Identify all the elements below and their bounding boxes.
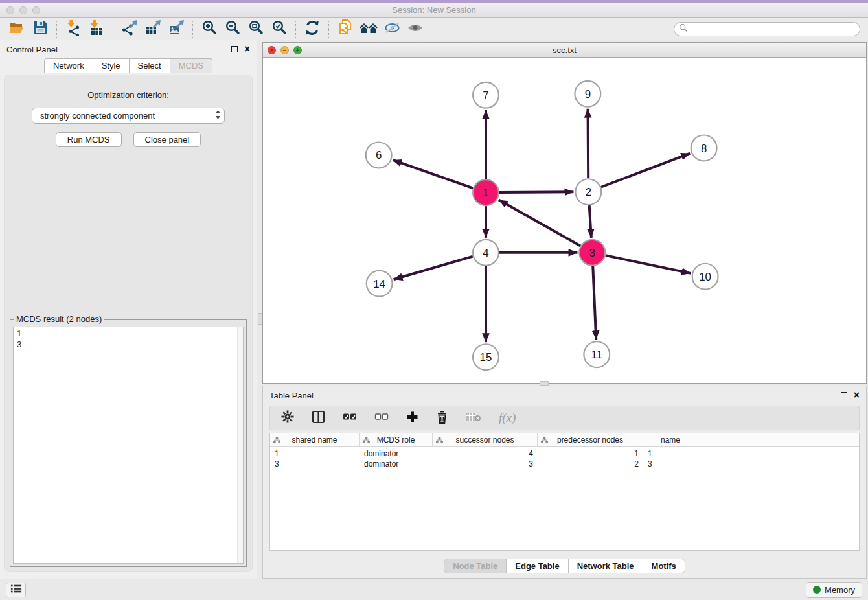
open-session-button[interactable] bbox=[5, 19, 29, 39]
table-cell[interactable]: 3 bbox=[270, 459, 360, 468]
table-cell[interactable]: 3 bbox=[433, 459, 538, 468]
graph-node-1[interactable]: 1 bbox=[473, 179, 499, 205]
graph-edge-1-2[interactable] bbox=[499, 192, 574, 192]
run-mcds-button[interactable]: Run MCDS bbox=[56, 132, 122, 147]
export-table-button[interactable] bbox=[141, 19, 165, 39]
table-cell[interactable]: 3 bbox=[643, 459, 698, 468]
zoom-fit-button[interactable] bbox=[244, 19, 268, 39]
eye-slash-icon bbox=[383, 19, 401, 39]
graph-edge-2-8[interactable] bbox=[601, 154, 690, 187]
tab-node-table[interactable]: Node Table bbox=[444, 559, 507, 573]
table-cell[interactable]: dominator bbox=[360, 459, 433, 468]
network-window-titlebar: scc.txt bbox=[263, 43, 866, 58]
table-panel-title: Table Panel bbox=[269, 391, 314, 400]
refresh-button[interactable] bbox=[301, 19, 324, 39]
close-window-icon[interactable] bbox=[6, 6, 14, 14]
tab-motifs[interactable]: Motifs bbox=[643, 559, 685, 573]
graph-node-9[interactable]: 9 bbox=[575, 81, 600, 107]
toolbar-separator bbox=[192, 21, 193, 38]
search-input[interactable] bbox=[691, 25, 860, 34]
zoom-in-button[interactable] bbox=[198, 19, 221, 39]
graph-node-3[interactable]: 3 bbox=[579, 240, 605, 266]
result-scrollbar[interactable] bbox=[237, 327, 243, 563]
graph-edge-3-10[interactable] bbox=[606, 255, 691, 273]
table-cell[interactable]: 1 bbox=[643, 449, 698, 458]
table-body: 1dominator4113dominator323 bbox=[270, 447, 859, 469]
deselect-all-rows-button[interactable] bbox=[374, 412, 389, 424]
export-image-button[interactable] bbox=[165, 19, 188, 39]
graph-edge-2-9[interactable] bbox=[588, 109, 589, 179]
close-panel-icon[interactable] bbox=[244, 43, 250, 55]
graph-edge-1-6[interactable] bbox=[393, 160, 473, 188]
float-table-panel-icon[interactable] bbox=[841, 392, 847, 398]
table-row[interactable]: 1dominator411 bbox=[270, 448, 859, 459]
tab-network[interactable]: Network bbox=[44, 58, 93, 73]
duplicate-network-button[interactable] bbox=[334, 19, 357, 39]
export-network-button[interactable] bbox=[118, 19, 141, 39]
graph-node-15[interactable]: 15 bbox=[473, 344, 499, 370]
import-table-button[interactable] bbox=[85, 19, 108, 39]
table-cell[interactable]: 1 bbox=[270, 449, 360, 458]
minimize-window-icon[interactable] bbox=[19, 6, 27, 14]
table-cell[interactable]: 2 bbox=[538, 459, 643, 468]
node-table[interactable]: shared nameMCDS rolesuccessor nodesprede… bbox=[269, 433, 860, 551]
mcds-result-text[interactable]: 1 3 bbox=[13, 327, 244, 564]
graph-edge-4-14[interactable] bbox=[394, 257, 473, 280]
graph-node-11[interactable]: 11 bbox=[584, 341, 610, 367]
graph-edge-2-3[interactable] bbox=[589, 205, 591, 238]
close-table-panel-icon[interactable] bbox=[854, 389, 860, 401]
memory-button[interactable]: Memory bbox=[806, 582, 862, 598]
column-header-successor-nodes[interactable]: successor nodes bbox=[433, 433, 538, 446]
optimization-dropdown[interactable]: strongly connected component bbox=[32, 108, 225, 124]
toolbar-separator bbox=[328, 21, 329, 38]
graph-edge-3-11[interactable] bbox=[593, 266, 596, 340]
search-field[interactable] bbox=[674, 22, 860, 36]
tab-mcds[interactable]: MCDS bbox=[170, 58, 212, 73]
task-history-button[interactable] bbox=[6, 583, 26, 597]
graph-edge-3-1[interactable] bbox=[499, 200, 580, 246]
column-header-shared-name[interactable]: shared name bbox=[270, 433, 360, 446]
save-session-button[interactable] bbox=[29, 19, 52, 39]
table-cell[interactable]: dominator bbox=[360, 449, 433, 458]
zoom-out-button[interactable] bbox=[221, 19, 244, 39]
select-all-rows-button[interactable] bbox=[343, 412, 357, 424]
column-header-name[interactable]: name bbox=[643, 433, 698, 446]
network-canvas[interactable]: 1234678910111415 bbox=[263, 58, 866, 383]
tab-style[interactable]: Style bbox=[93, 58, 130, 73]
tab-network-table[interactable]: Network Table bbox=[568, 559, 643, 573]
graph-node-8[interactable]: 8 bbox=[691, 135, 717, 161]
table-cell[interactable]: 4 bbox=[433, 449, 538, 458]
home-view-button[interactable] bbox=[357, 19, 380, 39]
graph-node-10[interactable]: 10 bbox=[692, 264, 718, 290]
show-columns-button[interactable] bbox=[312, 410, 325, 426]
graph-node-14[interactable]: 14 bbox=[367, 271, 393, 297]
float-panel-icon[interactable] bbox=[231, 46, 238, 52]
graph-node-label: 10 bbox=[699, 271, 711, 283]
tab-select[interactable]: Select bbox=[129, 58, 170, 73]
graph-node-6[interactable]: 6 bbox=[366, 142, 392, 168]
table-row[interactable]: 3dominator323 bbox=[270, 459, 859, 469]
add-column-button[interactable] bbox=[406, 411, 418, 426]
zoom-selected-button[interactable] bbox=[268, 19, 291, 39]
maximize-window-icon[interactable] bbox=[32, 6, 40, 14]
close-panel-button[interactable]: Close panel bbox=[133, 132, 201, 147]
network-window-title: scc.txt bbox=[263, 45, 866, 55]
graph-node-7[interactable]: 7 bbox=[473, 82, 499, 108]
vertical-splitter-handle[interactable] bbox=[258, 313, 262, 325]
table-settings-button[interactable] bbox=[281, 410, 294, 426]
network-graph[interactable]: 1234678910111415 bbox=[263, 58, 866, 383]
dropdown-value: strongly connected component bbox=[40, 111, 215, 121]
table-cell[interactable]: 1 bbox=[538, 449, 643, 458]
column-header-MCDS-role[interactable]: MCDS role bbox=[360, 433, 433, 446]
graph-node-4[interactable]: 4 bbox=[473, 240, 499, 266]
memory-status-icon bbox=[813, 586, 821, 594]
import-network-button[interactable] bbox=[62, 19, 85, 39]
delete-column-button[interactable] bbox=[436, 410, 448, 426]
tab-edge-table[interactable]: Edge Table bbox=[506, 559, 568, 573]
horizontal-splitter-handle[interactable] bbox=[540, 381, 549, 386]
hide-selected-button[interactable] bbox=[380, 19, 404, 39]
floppy-disk-icon bbox=[32, 19, 49, 38]
graph-node-2[interactable]: 2 bbox=[575, 179, 601, 205]
column-header-predecessor-nodes[interactable]: predecessor nodes bbox=[538, 433, 643, 446]
show-all-button[interactable] bbox=[404, 19, 427, 39]
